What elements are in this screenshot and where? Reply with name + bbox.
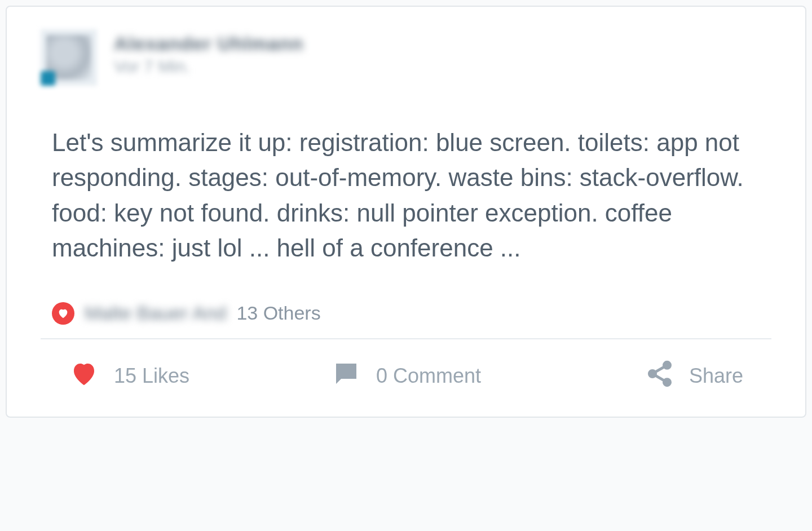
post-card: Alexander Uhlmann Vor 7 Min. Let's summa… — [6, 6, 806, 418]
comment-label: 0 Comment — [376, 364, 481, 388]
svg-line-3 — [655, 367, 664, 373]
author-block: Alexander Uhlmann Vor 7 Min. — [114, 29, 303, 76]
like-button[interactable]: 15 Likes — [41, 359, 294, 394]
like-count-label: 15 Likes — [114, 364, 189, 388]
heart-icon — [69, 359, 99, 394]
post-body: Let's summarize it up: registration: blu… — [7, 86, 805, 289]
likes-others-count: 13 Others — [236, 302, 320, 324]
comment-icon — [331, 359, 361, 394]
svg-point-1 — [649, 370, 655, 377]
heart-badge-icon — [52, 302, 74, 325]
svg-point-0 — [664, 362, 670, 368]
author-name[interactable]: Alexander Uhlmann — [114, 33, 303, 55]
share-button[interactable]: Share — [518, 359, 771, 393]
svg-point-2 — [664, 379, 670, 385]
avatar-badge-icon — [41, 71, 55, 86]
share-label: Share — [689, 364, 743, 388]
avatar[interactable] — [41, 29, 97, 86]
likes-names: Malte Bauer And — [85, 302, 226, 324]
post-actions: 15 Likes 0 Comment Share — [7, 339, 805, 417]
likes-summary[interactable]: Malte Bauer And 13 Others — [7, 289, 805, 338]
share-icon — [645, 359, 674, 393]
post-header: Alexander Uhlmann Vor 7 Min. — [7, 7, 805, 86]
svg-line-4 — [655, 375, 664, 381]
post-timestamp: Vor 7 Min. — [114, 57, 303, 76]
comment-button[interactable]: 0 Comment — [294, 359, 519, 394]
